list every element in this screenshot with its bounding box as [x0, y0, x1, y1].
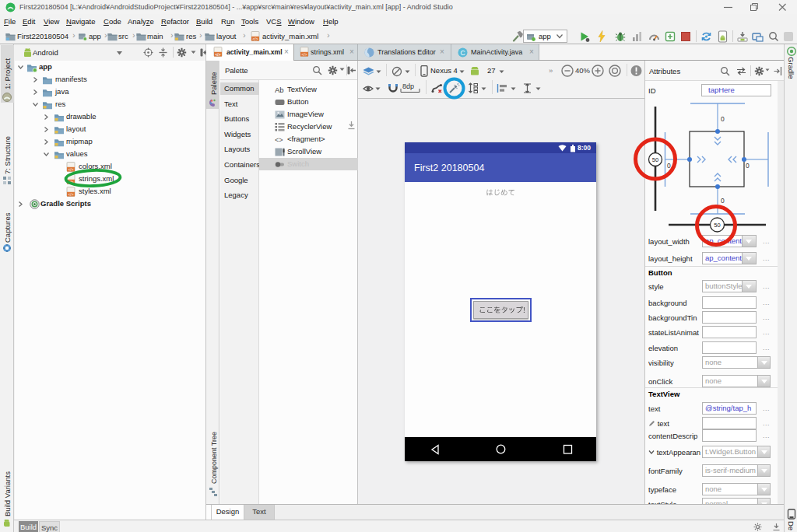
- svg-text:C: C: [460, 49, 465, 57]
- svg-text:0: 0: [746, 162, 750, 170]
- svg-text:</>: </>: [68, 193, 74, 197]
- svg-text:Ab: Ab: [275, 86, 284, 94]
- svg-text:</>: </>: [216, 53, 221, 57]
- svg-text:<>: <>: [275, 136, 283, 144]
- svg-text:</>: </>: [68, 168, 74, 172]
- svg-text:0: 0: [721, 115, 725, 123]
- svg-text:0: 0: [721, 197, 725, 205]
- svg-text:</>: </>: [253, 37, 258, 40]
- svg-text:0: 0: [667, 162, 671, 170]
- svg-text:50: 50: [652, 156, 658, 163]
- svg-text:</>: </>: [68, 180, 74, 184]
- svg-text:</>: </>: [302, 53, 307, 57]
- svg-text:50: 50: [714, 222, 720, 229]
